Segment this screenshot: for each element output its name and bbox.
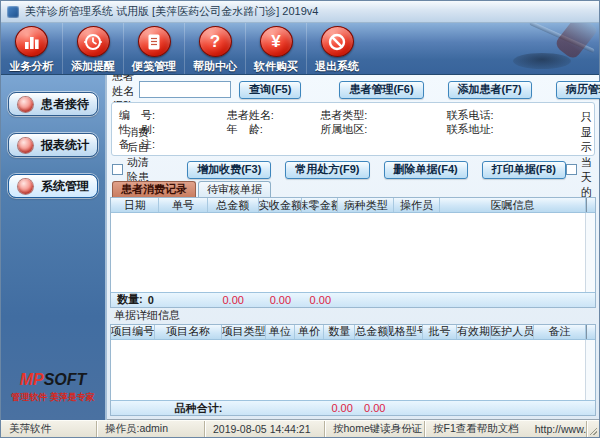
main-toolbar: 业务分析 添加提醒 便笺管理 ? 帮助中心 ¥ 软件购买 — [1, 23, 599, 75]
tab-row: 患者消费记录 待审核单据 — [110, 180, 596, 197]
header-cell-expiry: 有效期 — [457, 325, 491, 339]
delete-document-button[interactable]: 删除单据(F4) — [384, 161, 468, 179]
statusbar: 美萍软件 操作员:admin 2019-08-05 14:44:21 按home… — [1, 420, 599, 437]
patient-name-input[interactable] — [139, 81, 231, 98]
resize-grip[interactable] — [587, 421, 599, 437]
rounding-amount-value: 0.00 — [302, 294, 338, 306]
toolbar-item-help-center[interactable]: ? 帮助中心 — [184, 23, 245, 74]
red-orb-icon — [18, 138, 33, 153]
home-key-hint: 按home键读身份证 — [325, 421, 425, 437]
tab-pending-documents[interactable]: 待审核单据 — [198, 181, 271, 197]
header-cell-disease-type: 病种类型 — [338, 198, 394, 212]
ban-icon — [321, 26, 354, 57]
toolbar-item-notes-management[interactable]: 便笺管理 — [123, 23, 184, 74]
variety-qty-value: 0.00 — [326, 402, 357, 414]
toolbar-label: 添加提醒 — [71, 59, 115, 74]
patient-manage-button[interactable]: 患者管理(F6) — [339, 81, 423, 99]
sidebar-item-report-statistics[interactable]: 报表统计 — [8, 133, 98, 157]
window-title: 美萍诊所管理系统 试用版 [美萍医药公司金水路门诊] 2019v4 — [25, 4, 318, 19]
patient-name-field-label: 患者姓名: — [227, 108, 321, 123]
question-glyph: ? — [210, 33, 220, 50]
header-cell-quantity: 数量 — [324, 325, 355, 339]
logo-mp-text: MP — [20, 371, 44, 388]
sidebar-item-label: 报表统计 — [41, 137, 89, 154]
app-icon — [7, 6, 19, 18]
clock-icon — [77, 26, 110, 57]
header-cell-operator: 操作员 — [394, 198, 440, 212]
records-table: 日期 单号 总金额 实收金额 抹零金额 病种类型 操作员 医嘱信息 数量: 0 — [110, 197, 596, 308]
header-cell-medical-staff: 医护人员 — [491, 325, 535, 339]
query-button[interactable]: 查询(F5) — [239, 81, 301, 99]
application-window: 美萍诊所管理系统 试用版 [美萍医药公司金水路门诊] 2019v4 业务分析 添… — [0, 0, 600, 438]
sidebar: 患者接待 报表统计 系统管理 MPSOFT 管理软件 美萍是专家 — [1, 75, 107, 420]
toolbar-label: 帮助中心 — [193, 59, 237, 74]
sidebar-item-system-management[interactable]: 系统管理 — [8, 174, 98, 198]
operator-label: 操作员:admin — [97, 421, 205, 437]
medical-record-button[interactable]: 病历管理(F10) — [556, 81, 600, 99]
action-row: 消费后自动清除患者信息 增加收费(F3) 常用处方(F9) 删除单据(F4) 打… — [110, 159, 596, 180]
toolbar-label: 软件购买 — [254, 59, 298, 74]
print-document-button[interactable]: 打印单据(F8) — [482, 161, 566, 179]
add-charge-button[interactable]: 增加收费(F3) — [187, 161, 271, 179]
header-cell-remark: 备注 — [534, 325, 586, 339]
sidebar-item-patient-reception[interactable]: 患者接待 — [8, 92, 98, 116]
bar-chart-icon — [15, 26, 48, 57]
yen-icon: ¥ — [260, 26, 293, 57]
patient-id-label: 编 号: — [119, 108, 227, 123]
records-table-body[interactable] — [111, 213, 595, 292]
add-patient-button[interactable]: 添加患者(F7) — [448, 81, 532, 99]
search-row: 患者姓名(F2): 查询(F5) 患者管理(F6) 添加患者(F7) 病历管理(… — [110, 78, 596, 101]
quantity-value: 0 — [148, 294, 154, 306]
scrollbar-track[interactable] — [586, 325, 595, 339]
header-cell-batch-no: 批号 — [423, 325, 457, 339]
checkbox-icon — [112, 164, 123, 175]
scrollbar-track[interactable] — [586, 198, 595, 212]
toolbar-label: 退出系统 — [315, 59, 359, 74]
detail-summary-row: 品种合计: 0.00 0.00 — [111, 400, 595, 415]
f1-help-hint: 按F1查看帮助文档 — [433, 422, 519, 436]
variety-total-label: 品种合计: — [111, 401, 222, 416]
toolbar-item-software-purchase[interactable]: ¥ 软件购买 — [245, 23, 306, 74]
region-label: 所属地区: — [320, 122, 446, 137]
patient-info-panel: 编 号: 患者姓名: 患者类型: 联系电话: 性 别: 年 龄: 所属地区: 联… — [111, 102, 595, 156]
logo-soft-text: SOFT — [44, 371, 87, 388]
header-cell-unit: 单位 — [266, 325, 295, 339]
header-cell-order-no: 单号 — [159, 198, 207, 212]
header-cell-received-amount: 实收金额 — [259, 198, 303, 212]
header-cell-spec-model: 规格型号 — [389, 325, 423, 339]
sidebar-item-label: 系统管理 — [41, 178, 89, 195]
yen-glyph: ¥ — [271, 33, 280, 50]
common-prescription-button[interactable]: 常用处方(F9) — [285, 161, 369, 179]
age-label: 年 龄: — [227, 122, 321, 137]
help-segment: 按F1查看帮助文档 http://www.mpsoft.net.cn — [425, 421, 587, 437]
toolbar-label: 业务分析 — [10, 59, 54, 74]
header-cell-unit-price: 单价 — [295, 325, 324, 339]
toolbar-item-add-reminder[interactable]: 添加提醒 — [62, 23, 123, 74]
logo-slogan: 管理软件 美萍是专家 — [1, 391, 105, 404]
sidebar-item-label: 患者接待 — [41, 96, 89, 113]
detail-section-title: 单据详细信息 — [110, 308, 596, 324]
toolbar-item-business-analysis[interactable]: 业务分析 — [1, 23, 62, 74]
question-icon: ? — [199, 26, 232, 57]
received-amount-value: 0.00 — [259, 294, 303, 306]
website-url: http://www.mpsoft.net.cn — [535, 423, 587, 435]
records-table-header: 日期 单号 总金额 实收金额 抹零金额 病种类型 操作员 医嘱信息 — [111, 198, 595, 213]
mpsoft-logo: MPSOFT 管理软件 美萍是专家 — [1, 371, 105, 404]
titlebar: 美萍诊所管理系统 试用版 [美萍医药公司金水路门诊] 2019v4 — [1, 1, 599, 23]
spoon-bowl-shape — [513, 53, 571, 69]
detail-table-body[interactable] — [111, 340, 595, 400]
toolbar-item-exit-system[interactable]: 退出系统 — [306, 23, 367, 74]
header-cell-item-type: 项目类型 — [222, 325, 266, 339]
detail-table: 项目编号 项目名称 项目类型 单位 单价 数量 总金额 规格型号 批号 有效期 … — [110, 324, 596, 416]
note-icon — [138, 26, 171, 57]
toolbar-label: 便笺管理 — [132, 59, 176, 74]
detail-table-header: 项目编号 项目名称 项目类型 单位 单价 数量 总金额 规格型号 批号 有效期 … — [111, 325, 595, 340]
header-cell-total: 总金额 — [355, 325, 389, 339]
quantity-label: 数量: — [117, 292, 143, 307]
patient-type-label: 患者类型: — [320, 108, 446, 123]
tab-consumption-records[interactable]: 患者消费记录 — [112, 181, 196, 197]
records-summary-row: 数量: 0 0.00 0.00 0.00 — [111, 292, 595, 307]
header-cell-rounding-amount: 抹零金额 — [302, 198, 338, 212]
header-cell-total-amount: 总金额 — [208, 198, 259, 212]
header-cell-date: 日期 — [111, 198, 159, 212]
